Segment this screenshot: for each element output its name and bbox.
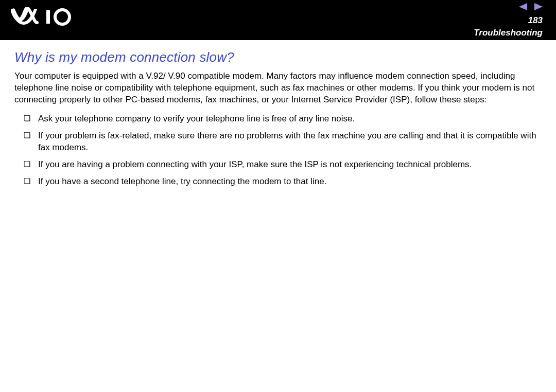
nav-arrows [519,3,543,12]
svg-marker-2 [519,3,527,10]
page-number: 183 [528,15,543,26]
list-item: Ask your telephone company to verify you… [24,113,542,125]
intro-paragraph: Your computer is equipped with a V.92/ V… [14,70,542,106]
prev-page-arrow-icon[interactable] [519,3,527,12]
page-content: Why is my modem connection slow? Your co… [0,40,556,188]
list-item: If you have a second telephone line, try… [24,176,542,188]
section-label: Troubleshooting [474,28,543,38]
list-item: If you are having a problem connecting w… [24,159,542,171]
svg-point-1 [55,10,70,24]
page-header: 183 Troubleshooting [0,0,556,40]
svg-rect-0 [46,10,50,24]
vaio-logo [9,7,76,26]
next-page-arrow-icon[interactable] [534,3,543,12]
steps-list: Ask your telephone company to verify you… [14,113,542,188]
svg-marker-3 [534,3,543,10]
list-item: If your problem is fax-related, make sur… [24,130,542,154]
page-heading: Why is my modem connection slow? [14,49,542,65]
